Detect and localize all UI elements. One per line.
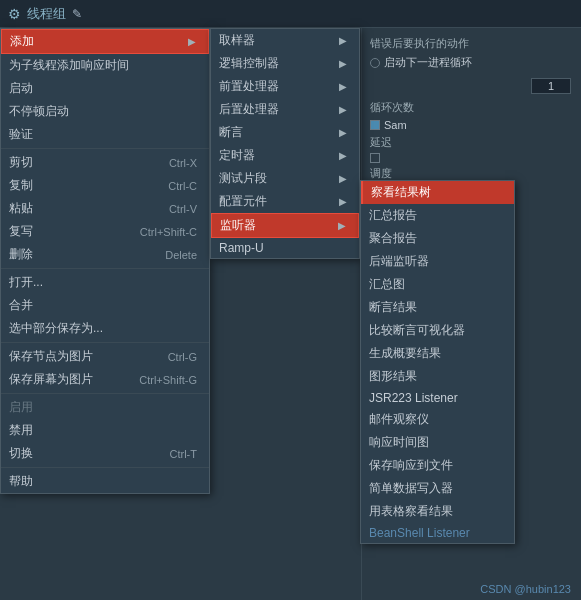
menu-item-toggle[interactable]: 切换 Ctrl-T [1, 442, 209, 465]
checkbox-sam[interactable]: Sam [370, 119, 573, 131]
menu-item-save-selection[interactable]: 选中部分保存为... [1, 317, 209, 340]
menu-l2-config-element-arrow: ▶ [339, 196, 347, 207]
menu-l3-aggregate-report[interactable]: 聚合报告 [361, 227, 514, 250]
menu-l3-jsr223-listener[interactable]: JSR223 Listener [361, 388, 514, 408]
menu-item-copy-shortcut: Ctrl-C [168, 180, 197, 192]
menu-item-merge[interactable]: 合并 [1, 294, 209, 317]
checkbox-delay-box[interactable] [370, 153, 380, 163]
menu-l3-assertion-results[interactable]: 断言结果 [361, 296, 514, 319]
menu-l2-test-fragment-label: 测试片段 [219, 170, 267, 187]
menu-item-save-screen-img[interactable]: 保存屏幕为图片 Ctrl+Shift-G [1, 368, 209, 391]
menu-item-merge-label: 合并 [9, 297, 33, 314]
menu-item-add-response-time[interactable]: 为子线程添加响应时间 [1, 54, 209, 77]
menu-l3-view-results-table[interactable]: 用表格察看结果 [361, 500, 514, 523]
menu-l2-logic-controller-arrow: ▶ [339, 58, 347, 69]
menu-item-save-selection-label: 选中部分保存为... [9, 320, 103, 337]
menu-item-enable[interactable]: 启用 [1, 396, 209, 419]
menu-l3-summary-graph-label: 汇总图 [369, 276, 405, 293]
menu-item-delete[interactable]: 删除 Delete [1, 243, 209, 266]
menu-item-copy[interactable]: 复制 Ctrl-C [1, 174, 209, 197]
schedule-label-text: 调度 [370, 166, 573, 181]
menu-item-add-response-time-label: 为子线程添加响应时间 [9, 57, 129, 74]
menu-l2-listener-arrow: ▶ [338, 220, 346, 231]
menu-item-save-node-img[interactable]: 保存节点为图片 Ctrl-G [1, 345, 209, 368]
checkbox-sam-box[interactable] [370, 120, 380, 130]
menu-l3-summary-report-label: 汇总报告 [369, 207, 417, 224]
menu-l2-pre-processor[interactable]: 前置处理器 ▶ [211, 75, 359, 98]
menu-l2-post-processor-arrow: ▶ [339, 104, 347, 115]
pencil-icon: ✎ [72, 7, 82, 21]
menu-l2-assertion[interactable]: 断言 ▶ [211, 121, 359, 144]
menu-l2-sampler[interactable]: 取样器 ▶ [211, 29, 359, 52]
gear-icon: ⚙ [8, 6, 21, 22]
menu-l2-listener-label: 监听器 [220, 217, 256, 234]
menu-item-disable[interactable]: 禁用 [1, 419, 209, 442]
menu-l2-ramp-u[interactable]: Ramp-U [211, 238, 359, 258]
checkbox-delay[interactable] [370, 153, 573, 163]
menu-item-cut[interactable]: 剪切 Ctrl-X [1, 151, 209, 174]
menu-l3-mail-observer[interactable]: 邮件观察仪 [361, 408, 514, 431]
menu-item-add-label: 添加 [10, 33, 34, 50]
menu-l3-summary-graph[interactable]: 汇总图 [361, 273, 514, 296]
context-menu-l1: 添加 ▶ 为子线程添加响应时间 启动 不停顿启动 验证 剪切 Ctrl-X 复制… [0, 28, 210, 494]
toolbar: ⚙ 线程组 ✎ [0, 0, 581, 28]
menu-item-copy-label: 复制 [9, 177, 33, 194]
menu-item-help-label: 帮助 [9, 473, 33, 490]
menu-item-paste[interactable]: 粘贴 Ctrl-V [1, 197, 209, 220]
menu-item-toggle-label: 切换 [9, 445, 33, 462]
menu-l3-graph-results[interactable]: 图形结果 [361, 365, 514, 388]
menu-l3-summary-report[interactable]: 汇总报告 [361, 204, 514, 227]
menu-l3-compare-assertion[interactable]: 比较断言可视化器 [361, 319, 514, 342]
menu-l3-save-response-file[interactable]: 保存响应到文件 [361, 454, 514, 477]
menu-l2-logic-controller[interactable]: 逻辑控制器 ▶ [211, 52, 359, 75]
separator-4 [1, 393, 209, 394]
menu-item-validate-label: 验证 [9, 126, 33, 143]
menu-item-add[interactable]: 添加 ▶ [1, 29, 209, 54]
menu-item-validate[interactable]: 验证 [1, 123, 209, 146]
menu-l2-config-element-label: 配置元件 [219, 193, 267, 210]
menu-l3-simple-data-writer[interactable]: 简单数据写入器 [361, 477, 514, 500]
menu-l3-save-response-file-label: 保存响应到文件 [369, 457, 453, 474]
menu-l2-test-fragment-arrow: ▶ [339, 173, 347, 184]
menu-l3-beanshell-listener[interactable]: BeanShell Listener [361, 523, 514, 543]
menu-l3-backend-listener[interactable]: 后端监听器 [361, 250, 514, 273]
menu-item-start[interactable]: 启动 [1, 77, 209, 100]
menu-l2-pre-processor-arrow: ▶ [339, 81, 347, 92]
menu-l2-sampler-label: 取样器 [219, 32, 255, 49]
menu-l3-graph-results-label: 图形结果 [369, 368, 417, 385]
menu-l2-test-fragment[interactable]: 测试片段 ▶ [211, 167, 359, 190]
menu-item-help[interactable]: 帮助 [1, 470, 209, 493]
menu-item-overwrite-label: 复写 [9, 223, 33, 240]
menu-item-start-no-pause-label: 不停顿启动 [9, 103, 69, 120]
menu-l2-logic-controller-label: 逻辑控制器 [219, 55, 279, 72]
menu-item-delete-label: 删除 [9, 246, 33, 263]
menu-item-paste-label: 粘贴 [9, 200, 33, 217]
menu-l2-config-element[interactable]: 配置元件 ▶ [211, 190, 359, 213]
radio-button[interactable] [370, 58, 380, 68]
menu-l3-aggregate-report-label: 聚合报告 [369, 230, 417, 247]
number-input[interactable] [531, 78, 571, 94]
menu-l2-listener[interactable]: 监听器 ▶ [211, 213, 359, 238]
menu-item-start-label: 启动 [9, 80, 33, 97]
menu-item-save-screen-img-shortcut: Ctrl+Shift-G [139, 374, 197, 386]
delay-label-text: 延迟 [370, 135, 573, 150]
menu-l2-sampler-arrow: ▶ [339, 35, 347, 46]
radio-row: 启动下一进程循环 [370, 55, 573, 70]
menu-l3-view-results-tree-label: 察看结果树 [371, 184, 431, 201]
menu-l3-backend-listener-label: 后端监听器 [369, 253, 429, 270]
checkbox-sam-label: Sam [384, 119, 407, 131]
menu-l3-generate-summary[interactable]: 生成概要结果 [361, 342, 514, 365]
menu-l2-timer[interactable]: 定时器 ▶ [211, 144, 359, 167]
menu-l3-view-results-tree[interactable]: 察看结果树 [361, 181, 514, 204]
menu-item-start-no-pause[interactable]: 不停顿启动 [1, 100, 209, 123]
menu-item-overwrite-shortcut: Ctrl+Shift-C [140, 226, 197, 238]
menu-item-delete-shortcut: Delete [165, 249, 197, 261]
menu-item-paste-shortcut: Ctrl-V [169, 203, 197, 215]
menu-item-open[interactable]: 打开... [1, 271, 209, 294]
menu-l3-response-time-graph[interactable]: 响应时间图 [361, 431, 514, 454]
menu-item-save-screen-img-label: 保存屏幕为图片 [9, 371, 93, 388]
menu-l2-post-processor[interactable]: 后置处理器 ▶ [211, 98, 359, 121]
menu-item-overwrite[interactable]: 复写 Ctrl+Shift-C [1, 220, 209, 243]
menu-item-toggle-shortcut: Ctrl-T [170, 448, 198, 460]
menu-item-open-label: 打开... [9, 274, 43, 291]
